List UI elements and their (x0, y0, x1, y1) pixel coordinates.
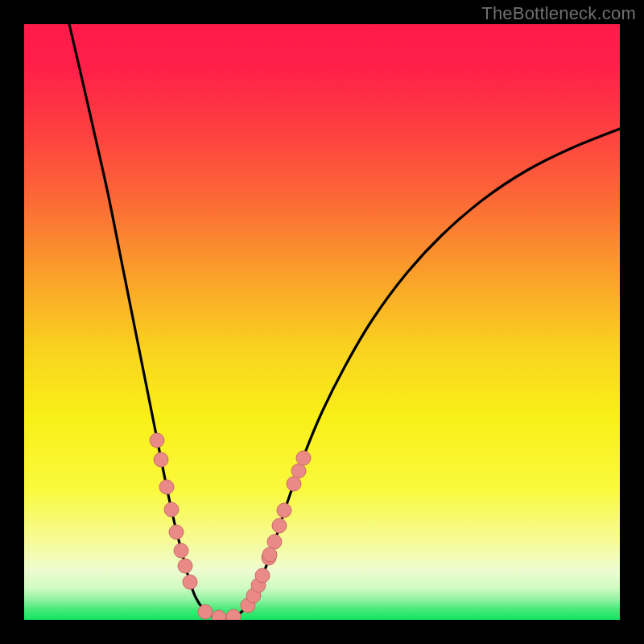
data-marker (267, 535, 282, 549)
data-marker (174, 543, 188, 558)
data-marker (159, 480, 174, 494)
data-marker (178, 559, 192, 573)
chart-frame: TheBottleneck.com (0, 0, 644, 644)
data-marker (262, 547, 277, 562)
data-marker (255, 568, 270, 583)
plot-area (24, 24, 620, 620)
data-marker (272, 518, 287, 533)
data-marker (277, 503, 291, 518)
data-marker (287, 477, 301, 491)
data-marker (183, 575, 197, 589)
data-marker (198, 605, 213, 619)
watermark-text: TheBottleneck.com (481, 3, 636, 24)
curve-right-branch (222, 129, 620, 618)
data-marker (164, 502, 179, 517)
data-marker (212, 610, 226, 620)
data-marker (169, 525, 184, 539)
data-marker (226, 609, 241, 620)
data-marker (291, 464, 306, 478)
series-group (69, 24, 620, 618)
data-marker (296, 451, 311, 465)
data-marker (150, 433, 164, 448)
curve-layer (24, 24, 620, 620)
curve-left-branch (69, 24, 222, 618)
data-marker (154, 452, 168, 467)
markers-group (150, 433, 311, 620)
